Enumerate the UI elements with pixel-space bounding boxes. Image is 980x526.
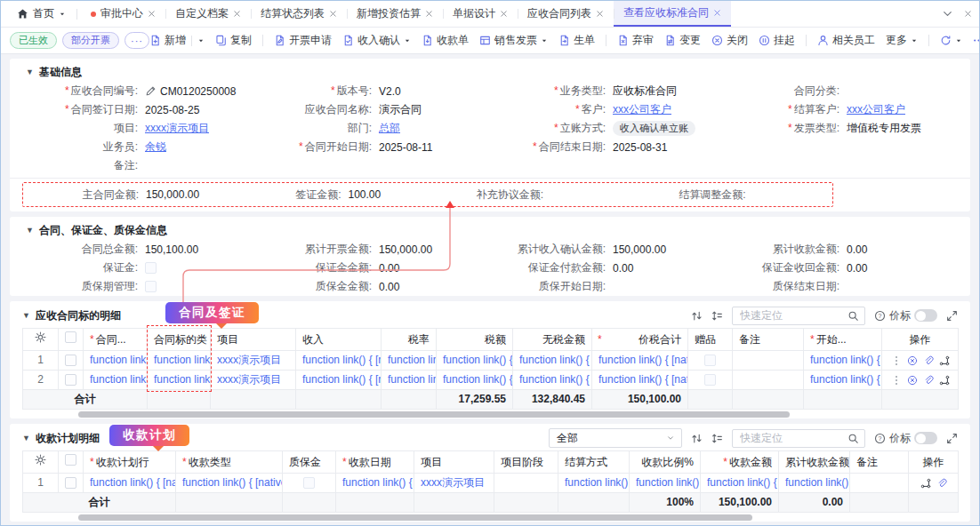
tabs-chevron-down-icon[interactable] xyxy=(942,8,953,20)
home-tab[interactable]: 首页 xyxy=(10,1,73,27)
field-link[interactable]: 总部 xyxy=(379,121,400,136)
cell-link[interactable]: xxxx演示项目 xyxy=(217,373,281,386)
cell-link[interactable]: function link() { [native code] } xyxy=(182,476,283,489)
toolbar-button-sync[interactable] xyxy=(940,35,962,46)
collapse-triangle-icon[interactable]: ▼ xyxy=(22,312,30,320)
field-link[interactable]: xxx公司客户 xyxy=(847,102,905,117)
cell-link[interactable]: xxxx演示项目 xyxy=(421,476,485,489)
status-badge-partial-invoiced[interactable]: 部分开票 xyxy=(62,32,119,49)
cell-link[interactable]: xxxx演示项目 xyxy=(217,354,281,366)
filter-select[interactable]: 全部 xyxy=(549,428,682,448)
row-checkbox[interactable] xyxy=(65,374,76,386)
circle-x-icon[interactable] xyxy=(907,355,918,366)
toolbar-button-generate[interactable]: 生单 xyxy=(558,33,595,48)
search-icon[interactable] xyxy=(847,433,859,444)
collapse-triangle-icon[interactable]: ▼ xyxy=(22,434,30,442)
cell-link[interactable]: function link() { [native code] } xyxy=(90,476,176,489)
cell-link[interactable]: function link() { [native code] } xyxy=(388,373,437,386)
cell-link[interactable]: function link() { [native code] } xyxy=(810,373,882,386)
tab-close-icon[interactable] xyxy=(148,10,156,18)
tab-close-icon[interactable] xyxy=(425,10,433,18)
select-all-checkbox[interactable] xyxy=(65,454,76,466)
row-checkbox[interactable] xyxy=(65,355,76,366)
cell-link[interactable]: function link() { [native code] } xyxy=(785,476,850,489)
cell-link[interactable]: function link() { [native code] } xyxy=(342,476,414,489)
search-icon[interactable] xyxy=(847,310,859,322)
toolbar-button-more[interactable]: 更多 xyxy=(886,33,918,48)
toolbar-button-invoice-request[interactable]: 开票申请 xyxy=(274,33,332,48)
field-link[interactable]: xxxx演示项目 xyxy=(145,121,209,136)
toolbar-button-copy[interactable]: 复制 xyxy=(215,33,252,48)
field-checkbox[interactable] xyxy=(145,281,157,292)
status-badge-more-status[interactable]: ··· xyxy=(125,32,149,49)
flow-icon[interactable] xyxy=(939,375,950,386)
toolbar-button-suspend[interactable]: 挂起 xyxy=(759,33,795,48)
edit-pencil-icon[interactable] xyxy=(145,85,157,97)
caret-down-icon[interactable] xyxy=(59,11,66,18)
tab-close-icon[interactable] xyxy=(329,10,337,18)
row-checkbox[interactable] xyxy=(303,477,315,489)
cell-link[interactable]: function link() { [native code] } xyxy=(565,476,630,489)
cell-link[interactable]: function link() { [native code] } xyxy=(302,373,382,386)
sort-icon[interactable] xyxy=(691,310,703,322)
field-link[interactable]: 余锐 xyxy=(145,139,166,155)
toolbar-button-receipt[interactable]: 收款单 xyxy=(422,33,469,48)
scrollbar-thumb[interactable] xyxy=(78,514,751,521)
tab-item-6[interactable]: 应收合同列表 xyxy=(518,1,614,27)
sort-icon[interactable] xyxy=(691,433,703,444)
cell-link[interactable]: function link() { [native code] } xyxy=(443,373,513,386)
table-settings-gear-icon[interactable] xyxy=(35,331,46,343)
tab-item-2[interactable]: 自定义档案 xyxy=(165,1,251,27)
quick-search-input[interactable] xyxy=(738,308,844,323)
price-toggle[interactable] xyxy=(914,432,937,444)
cell-link[interactable]: function link() { [native code] } xyxy=(810,354,882,366)
tabs-close-icon[interactable] xyxy=(964,10,972,18)
circle-x-icon[interactable] xyxy=(907,375,918,386)
status-badge-effective[interactable]: 已生效 xyxy=(10,32,57,49)
cell-link[interactable]: function link() { [native code] } xyxy=(519,373,592,386)
field-checkbox[interactable] xyxy=(145,262,157,274)
cell-link[interactable]: function link() { [native code] } xyxy=(443,354,513,366)
expand-icon[interactable] xyxy=(946,310,958,322)
cell-link[interactable]: function link() { [native code] } xyxy=(707,476,779,489)
quick-search-input[interactable] xyxy=(738,431,844,445)
toolbar-button-sales-invoice[interactable]: 销售发票 xyxy=(479,33,548,48)
toolbar-button-more-actions[interactable] xyxy=(973,35,980,46)
more-dots-icon[interactable] xyxy=(891,355,902,366)
cell-link[interactable]: function link() { [native code] } xyxy=(636,476,701,489)
tab-close-icon[interactable] xyxy=(596,10,604,18)
tab-close-icon[interactable] xyxy=(233,10,241,18)
select-all-checkbox[interactable] xyxy=(65,331,76,343)
cell-link[interactable]: function link() { [native code] } xyxy=(90,373,148,386)
row-height-icon[interactable] xyxy=(711,433,723,444)
flow-icon[interactable] xyxy=(920,478,931,489)
cell-link[interactable]: function link() { [native code] } xyxy=(598,373,688,386)
row-checkbox[interactable] xyxy=(704,355,716,366)
tab-item-1[interactable]: 审批中心 xyxy=(81,1,165,27)
attachment-icon[interactable] xyxy=(936,478,947,489)
collapse-triangle-icon[interactable]: ▼ xyxy=(26,227,34,235)
tab-item-7[interactable]: 查看应收标准合同 xyxy=(614,1,731,27)
toolbar-button-add[interactable]: 新增 xyxy=(149,33,205,48)
toolbar-button-change[interactable]: 变更 xyxy=(664,33,701,48)
toolbar-button-related-staff[interactable]: 相关员工 xyxy=(817,33,875,48)
expand-icon[interactable] xyxy=(946,433,958,444)
tab-item-4[interactable]: 新增投资估算 xyxy=(347,1,443,27)
attachment-icon[interactable] xyxy=(923,375,934,386)
scrollbar-thumb[interactable] xyxy=(78,411,790,418)
cell-link[interactable]: function link() { [native code] } xyxy=(154,373,211,386)
collapse-triangle-icon[interactable]: ▼ xyxy=(26,68,34,76)
attachment-icon[interactable] xyxy=(923,355,934,366)
row-checkbox[interactable] xyxy=(65,477,76,489)
cell-link[interactable]: function link() { [native code] } xyxy=(90,354,148,366)
tab-close-icon[interactable] xyxy=(713,9,721,17)
toolbar-button-unapprove[interactable]: 弃审 xyxy=(617,33,654,48)
row-height-icon[interactable] xyxy=(711,310,723,322)
toolbar-button-revenue-confirm[interactable]: 收入确认 xyxy=(342,33,411,48)
tab-item-3[interactable]: 结算状态列表 xyxy=(251,1,347,27)
price-toggle[interactable] xyxy=(914,309,937,322)
cell-link[interactable]: function link() { [native code] } xyxy=(388,354,437,366)
tab-close-icon[interactable] xyxy=(500,10,508,18)
cell-link[interactable]: function link() { [native code] } xyxy=(154,354,211,366)
cell-link[interactable]: function link() { [native code] } xyxy=(519,354,592,366)
